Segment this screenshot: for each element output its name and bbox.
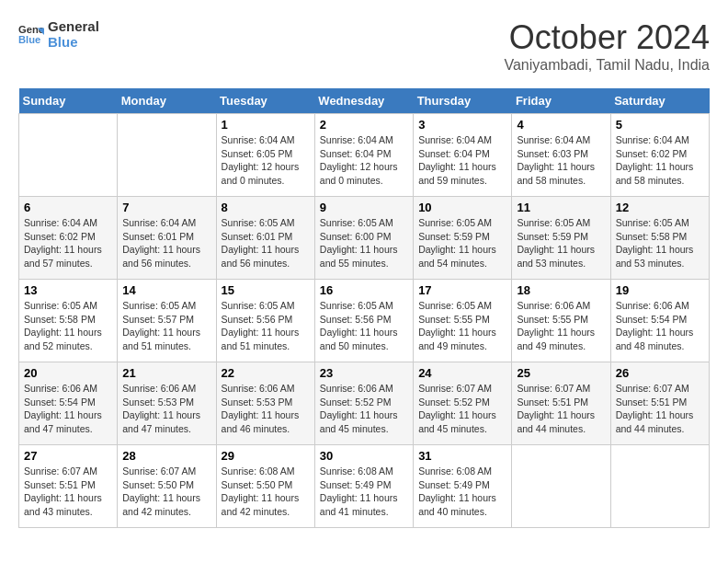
day-info: Sunrise: 6:07 AM Sunset: 5:51 PM Dayligh… [616,382,704,436]
day-info: Sunrise: 6:08 AM Sunset: 5:49 PM Dayligh… [418,465,506,519]
calendar-cell: 22Sunrise: 6:06 AM Sunset: 5:53 PM Dayli… [216,362,314,445]
day-number: 27 [24,449,112,463]
logo: General Blue General Blue [18,18,99,50]
day-info: Sunrise: 6:04 AM Sunset: 6:02 PM Dayligh… [24,216,112,270]
day-number: 26 [616,366,704,380]
calendar-cell: 2Sunrise: 6:04 AM Sunset: 6:04 PM Daylig… [314,114,413,197]
week-row-4: 27Sunrise: 6:07 AM Sunset: 5:51 PM Dayli… [19,445,710,528]
calendar-cell: 6Sunrise: 6:04 AM Sunset: 6:02 PM Daylig… [19,197,118,280]
day-number: 29 [222,449,310,463]
day-info: Sunrise: 6:05 AM Sunset: 6:00 PM Dayligh… [320,216,408,270]
calendar-cell: 16Sunrise: 6:05 AM Sunset: 5:56 PM Dayli… [314,280,413,362]
day-info: Sunrise: 6:06 AM Sunset: 5:54 PM Dayligh… [24,382,112,436]
day-number: 20 [24,366,112,380]
header-wednesday: Wednesday [314,88,413,114]
logo-text-blue: Blue [48,34,99,50]
calendar-table: SundayMondayTuesdayWednesdayThursdayFrid… [18,88,710,528]
header-monday: Monday [118,88,216,114]
day-info: Sunrise: 6:05 AM Sunset: 5:55 PM Dayligh… [418,299,506,353]
day-info: Sunrise: 6:07 AM Sunset: 5:52 PM Dayligh… [418,382,506,436]
calendar-cell: 10Sunrise: 6:05 AM Sunset: 5:59 PM Dayli… [414,197,512,280]
calendar-cell: 1Sunrise: 6:04 AM Sunset: 6:05 PM Daylig… [216,114,314,197]
week-row-3: 20Sunrise: 6:06 AM Sunset: 5:54 PM Dayli… [19,362,710,445]
day-number: 22 [222,366,310,380]
svg-text:Blue: Blue [18,34,40,45]
calendar-cell: 3Sunrise: 6:04 AM Sunset: 6:04 PM Daylig… [414,114,512,197]
header-friday: Friday [512,88,610,114]
day-info: Sunrise: 6:08 AM Sunset: 5:49 PM Dayligh… [320,465,408,519]
calendar-cell [512,445,610,528]
logo-icon: General Blue [18,21,44,47]
day-info: Sunrise: 6:05 AM Sunset: 5:59 PM Dayligh… [517,216,605,270]
day-number: 1 [222,118,310,132]
day-number: 11 [517,201,605,214]
day-info: Sunrise: 6:06 AM Sunset: 5:53 PM Dayligh… [122,382,210,436]
calendar-cell [19,114,118,197]
calendar-body: 1Sunrise: 6:04 AM Sunset: 6:05 PM Daylig… [19,114,710,528]
week-row-1: 6Sunrise: 6:04 AM Sunset: 6:02 PM Daylig… [19,197,710,280]
calendar-cell: 20Sunrise: 6:06 AM Sunset: 5:54 PM Dayli… [19,362,118,445]
day-info: Sunrise: 6:07 AM Sunset: 5:51 PM Dayligh… [517,382,605,436]
logo-text-general: General [48,18,99,34]
day-number: 31 [418,449,506,463]
day-number: 25 [517,366,605,380]
day-info: Sunrise: 6:04 AM Sunset: 6:01 PM Dayligh… [122,216,210,270]
calendar-cell: 27Sunrise: 6:07 AM Sunset: 5:51 PM Dayli… [19,445,118,528]
day-number: 12 [616,201,704,214]
header-saturday: Saturday [610,88,709,114]
week-row-2: 13Sunrise: 6:05 AM Sunset: 5:58 PM Dayli… [19,280,710,362]
calendar-cell: 9Sunrise: 6:05 AM Sunset: 6:00 PM Daylig… [314,197,413,280]
calendar-cell: 11Sunrise: 6:05 AM Sunset: 5:59 PM Dayli… [512,197,610,280]
day-number: 6 [24,201,112,214]
day-info: Sunrise: 6:08 AM Sunset: 5:50 PM Dayligh… [222,465,310,519]
day-number: 19 [616,283,704,297]
week-row-0: 1Sunrise: 6:04 AM Sunset: 6:05 PM Daylig… [19,114,710,197]
day-info: Sunrise: 6:05 AM Sunset: 5:57 PM Dayligh… [122,299,210,353]
day-number: 7 [122,201,210,214]
day-number: 15 [222,283,310,297]
calendar-cell: 30Sunrise: 6:08 AM Sunset: 5:49 PM Dayli… [314,445,413,528]
header-thursday: Thursday [414,88,512,114]
calendar-cell: 31Sunrise: 6:08 AM Sunset: 5:49 PM Dayli… [414,445,512,528]
day-number: 13 [24,283,112,297]
day-number: 14 [122,283,210,297]
day-number: 23 [320,366,408,380]
calendar-cell: 21Sunrise: 6:06 AM Sunset: 5:53 PM Dayli… [118,362,216,445]
day-info: Sunrise: 6:06 AM Sunset: 5:54 PM Dayligh… [616,299,704,353]
calendar-cell: 18Sunrise: 6:06 AM Sunset: 5:55 PM Dayli… [512,280,610,362]
month-title: October 2024 [504,18,710,57]
calendar-cell: 12Sunrise: 6:05 AM Sunset: 5:58 PM Dayli… [610,197,709,280]
day-number: 28 [122,449,210,463]
day-info: Sunrise: 6:06 AM Sunset: 5:53 PM Dayligh… [222,382,310,436]
day-number: 17 [418,283,506,297]
day-number: 18 [517,283,605,297]
day-number: 4 [517,118,605,132]
day-number: 9 [320,201,408,214]
calendar-cell: 29Sunrise: 6:08 AM Sunset: 5:50 PM Dayli… [216,445,314,528]
day-info: Sunrise: 6:07 AM Sunset: 5:50 PM Dayligh… [122,465,210,519]
calendar-cell: 7Sunrise: 6:04 AM Sunset: 6:01 PM Daylig… [118,197,216,280]
day-info: Sunrise: 6:06 AM Sunset: 5:52 PM Dayligh… [320,382,408,436]
day-info: Sunrise: 6:05 AM Sunset: 5:59 PM Dayligh… [418,216,506,270]
day-number: 3 [418,118,506,132]
calendar-cell [118,114,216,197]
day-info: Sunrise: 6:04 AM Sunset: 6:04 PM Dayligh… [320,133,408,188]
day-number: 21 [122,366,210,380]
day-info: Sunrise: 6:05 AM Sunset: 6:01 PM Dayligh… [222,216,310,270]
calendar-cell: 8Sunrise: 6:05 AM Sunset: 6:01 PM Daylig… [216,197,314,280]
calendar-cell: 23Sunrise: 6:06 AM Sunset: 5:52 PM Dayli… [314,362,413,445]
day-info: Sunrise: 6:05 AM Sunset: 5:56 PM Dayligh… [222,299,310,353]
calendar-cell: 4Sunrise: 6:04 AM Sunset: 6:03 PM Daylig… [512,114,610,197]
calendar-cell: 19Sunrise: 6:06 AM Sunset: 5:54 PM Dayli… [610,280,709,362]
day-info: Sunrise: 6:05 AM Sunset: 5:56 PM Dayligh… [320,299,408,353]
header-sunday: Sunday [19,88,118,114]
title-section: October 2024 Vaniyambadi, Tamil Nadu, In… [504,18,710,74]
day-number: 2 [320,118,408,132]
calendar-cell: 25Sunrise: 6:07 AM Sunset: 5:51 PM Dayli… [512,362,610,445]
calendar-cell: 17Sunrise: 6:05 AM Sunset: 5:55 PM Dayli… [414,280,512,362]
day-number: 5 [616,118,704,132]
calendar-cell: 14Sunrise: 6:05 AM Sunset: 5:57 PM Dayli… [118,280,216,362]
calendar-cell: 5Sunrise: 6:04 AM Sunset: 6:02 PM Daylig… [610,114,709,197]
calendar-cell: 28Sunrise: 6:07 AM Sunset: 5:50 PM Dayli… [118,445,216,528]
day-number: 16 [320,283,408,297]
